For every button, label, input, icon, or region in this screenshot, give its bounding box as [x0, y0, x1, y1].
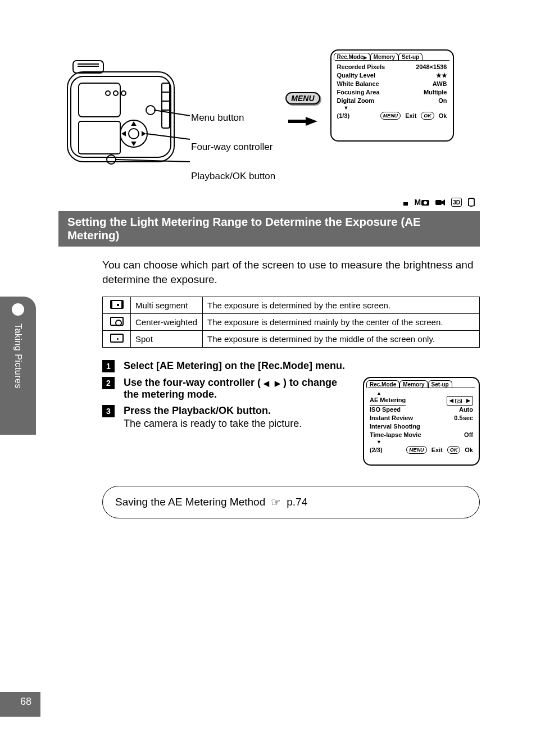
menu2-footer-exit: Exit [431, 447, 443, 453]
camera-diagram [62, 49, 191, 179]
table-row: Multi segment The exposure is determined… [103, 297, 480, 314]
svg-line-19 [146, 134, 190, 139]
menu1-scroll-down-icon: ▼ [337, 105, 447, 111]
svg-point-8 [113, 91, 118, 95]
camera-label-column: Menu button Four-way controller Playback… [191, 49, 275, 182]
menu1-val-digital-zoom: On [438, 97, 447, 105]
table-mode-spot: Spot [131, 331, 203, 348]
step-number-2: 2 [102, 377, 115, 389]
step-number-1: 1 [102, 360, 115, 372]
metering-modes-table: Multi segment The exposure is determined… [102, 297, 480, 348]
3d-mode-icon: 3D [451, 198, 462, 207]
multi-segment-icon [103, 297, 131, 314]
menu2-tab-setup: Set-up [428, 380, 452, 388]
chapter-side-tab: Taking Pictures [0, 297, 36, 435]
menu2-row-instant-review: Instant Review [370, 414, 413, 422]
menu1-val-recorded-pixels: 2048×1536 [416, 63, 447, 71]
chapter-label: Taking Pictures [13, 324, 23, 389]
menu2-scroll-down-icon: ▼ [370, 439, 473, 445]
menu1-row-white-balance: White Balance [337, 80, 379, 88]
panorama-mode-icon [467, 198, 475, 207]
menu1-tabs: Rec.Mode▶ Memory Set-up [331, 51, 453, 60]
menu2-val-instant-review: 0.5sec [454, 414, 473, 422]
menu1-footer-ok: Ok [439, 112, 447, 119]
cross-reference-box: Saving the AE Metering Method ☞ p.74 [102, 486, 480, 518]
triangle-left-icon: ◀ [264, 379, 269, 388]
menu1-tab-setup: Set-up [398, 53, 423, 60]
table-row: Spot The exposure is determined by the m… [103, 331, 480, 348]
menu2-footer-ok: Ok [465, 447, 473, 453]
menu2-scroll-up-icon: ▲ [370, 390, 473, 396]
menu2-footer-ok-pill: OK [447, 446, 461, 454]
step-3-body: The camera is ready to take the picture. [124, 418, 353, 430]
svg-line-18 [154, 110, 190, 116]
lcd-menu-page-2: Rec.Mode Memory Set-up ▲ AE Metering ◀ ▶… [363, 377, 480, 466]
menu1-val-focusing-area: Multiple [424, 88, 447, 97]
table-mode-multi: Multi segment [131, 297, 203, 314]
menu1-tab-memory: Memory [370, 53, 398, 60]
svg-point-9 [121, 91, 126, 95]
camera-label-four-way: Four-way controller [191, 142, 275, 153]
intro-paragraph: You can choose which part of the screen … [102, 258, 480, 286]
menu2-val-iso-speed: Auto [459, 406, 473, 414]
menu2-footer-menu-pill: MENU [406, 446, 427, 454]
table-row: Center-weighted The exposure is determin… [103, 314, 480, 331]
svg-rect-21 [403, 202, 408, 206]
menu2-tab-recmode: Rec.Mode [366, 380, 399, 388]
menu-arrow-column: MENU [285, 49, 320, 127]
pointing-hand-icon: ☞ [271, 495, 281, 509]
menu-button-badge: MENU [285, 92, 320, 104]
step-3: 3 Press the Playback/OK button. The came… [102, 405, 353, 430]
ref-text: Saving the AE Metering Method [115, 496, 265, 508]
arrow-right-icon [288, 116, 317, 127]
movie-mode-icon [435, 198, 446, 207]
spot-icon [103, 331, 131, 348]
manual-mode-icon: M [415, 198, 430, 207]
svg-point-7 [106, 91, 110, 95]
menu1-tab-recmode: Rec.Mode▶ [334, 53, 370, 60]
menu2-val-time-lapse: Off [464, 431, 473, 439]
svg-rect-10 [162, 83, 170, 128]
menu1-row-focusing-area: Focusing Area [337, 88, 380, 97]
menu1-val-quality-level: ★★ [436, 71, 447, 80]
camera-label-playback-ok: Playback/OK button [191, 171, 275, 182]
menu2-body: ▲ AE Metering ◀ ▶ ISO SpeedAuto Instant … [367, 388, 475, 445]
table-desc-center: The exposure is determined mainly by the… [203, 314, 480, 331]
top-illustration-row: Menu button Four-way controller Playback… [62, 49, 480, 182]
ae-center-weighted-icon [455, 399, 462, 403]
menu2-row-iso-speed: ISO Speed [370, 406, 401, 414]
menu2-row-time-lapse: Time-lapse Movie [370, 431, 421, 439]
svg-point-23 [424, 201, 427, 204]
page-number: 68 [20, 696, 31, 708]
table-desc-spot: The exposure is determined by the middle… [203, 331, 480, 348]
menu2-row-ae-metering: AE Metering [370, 396, 406, 406]
svg-rect-5 [79, 83, 120, 117]
step-2: 2 Use the four-way controller ( ◀ ▶ ) to… [102, 377, 353, 400]
menu2-page-indicator: (2/3) [370, 447, 383, 453]
menu1-footer-ok-pill: OK [421, 112, 434, 120]
triangle-right-icon: ▶ [275, 379, 280, 388]
center-weighted-icon [103, 314, 131, 331]
table-desc-multi: The exposure is determined by the entire… [203, 297, 480, 314]
menu1-footer-menu-pill: MENU [380, 112, 401, 120]
section-heading: Setting the Light Metering Range to Dete… [58, 211, 480, 247]
menu2-val-ae-metering: ◀ ▶ [447, 396, 473, 406]
menu1-page-indicator: (1/3) [337, 112, 350, 119]
svg-point-16 [146, 106, 155, 115]
step-1-title: Select [AE Metering] on the [Rec.Mode] m… [124, 360, 480, 372]
svg-point-17 [107, 155, 116, 164]
svg-rect-24 [435, 200, 442, 205]
menu1-row-digital-zoom: Digital Zoom [337, 97, 375, 105]
svg-rect-6 [79, 121, 120, 154]
lcd-menu-page-1: Rec.Mode▶ Memory Set-up Recorded Pixels2… [330, 49, 454, 142]
menu1-body: Recorded Pixels2048×1536 Quality Level★★… [335, 60, 449, 111]
menu2-row-interval-shooting: Interval Shooting [370, 422, 420, 431]
step-2-title: Use the four-way controller ( ◀ ▶ ) to c… [124, 377, 353, 400]
step-number-3: 3 [102, 405, 115, 417]
ref-page: p.74 [287, 496, 307, 508]
svg-point-15 [129, 129, 139, 139]
menu2-tab-memory: Memory [399, 380, 428, 388]
mode-icons-row: M 3D [62, 198, 475, 207]
menu1-footer-exit: Exit [405, 112, 416, 119]
night-scene-icon [398, 198, 409, 207]
